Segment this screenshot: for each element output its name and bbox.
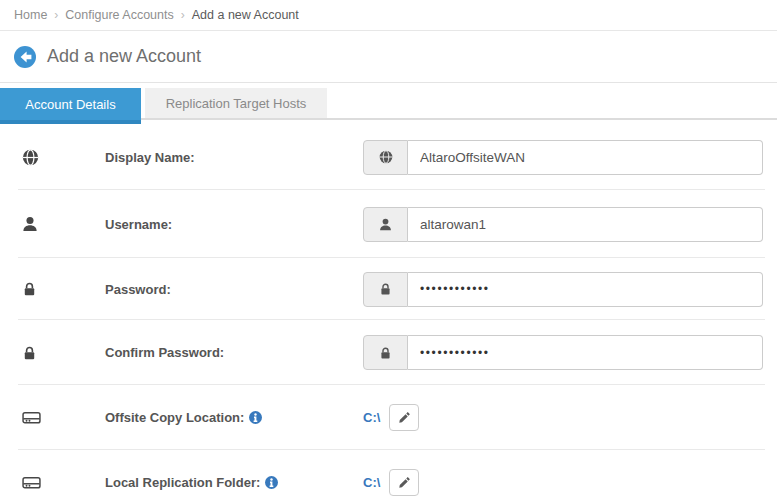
page-title: Add a new Account xyxy=(47,46,201,67)
username-input-group xyxy=(363,207,763,242)
username-label: Username: xyxy=(105,217,363,232)
confirm-password-label: Confirm Password: xyxy=(105,345,363,360)
password-row: Password: xyxy=(0,258,777,320)
breadcrumb-home[interactable]: Home xyxy=(14,8,47,22)
lock-icon xyxy=(0,345,105,361)
password-input[interactable] xyxy=(408,272,763,307)
hdd-icon xyxy=(0,475,105,490)
username-input[interactable] xyxy=(408,207,763,242)
password-label: Password: xyxy=(105,282,363,297)
lock-icon xyxy=(0,281,105,297)
info-icon[interactable] xyxy=(265,476,278,489)
tab-account-details[interactable]: Account Details xyxy=(0,88,141,124)
offsite-copy-location-label-text: Offsite Copy Location: xyxy=(105,410,244,425)
tab-bar: Account Details Replication Target Hosts xyxy=(0,88,777,124)
user-icon xyxy=(363,207,408,242)
back-button[interactable] xyxy=(14,46,36,68)
hdd-icon xyxy=(0,410,105,425)
local-replication-folder-label: Local Replication Folder: xyxy=(105,475,363,490)
lock-icon xyxy=(363,335,408,370)
lock-icon xyxy=(363,272,408,307)
local-replication-folder-path[interactable]: C:\ xyxy=(363,475,380,490)
edit-offsite-location-button[interactable] xyxy=(389,404,419,431)
display-name-input[interactable] xyxy=(408,140,763,175)
username-row: Username: xyxy=(0,190,777,258)
info-icon[interactable] xyxy=(249,411,262,424)
display-name-input-group xyxy=(363,140,763,175)
offsite-copy-location-label: Offsite Copy Location: xyxy=(105,410,363,425)
breadcrumb-separator-icon: › xyxy=(54,8,58,22)
pencil-icon xyxy=(398,411,411,424)
local-replication-folder-label-text: Local Replication Folder: xyxy=(105,475,260,490)
globe-icon xyxy=(0,149,105,166)
offsite-copy-location-row: Offsite Copy Location: C:\ xyxy=(0,385,777,450)
password-input-group xyxy=(363,272,763,307)
pencil-icon xyxy=(398,476,411,489)
display-name-row: Display Name: xyxy=(0,124,777,190)
breadcrumb-configure-accounts[interactable]: Configure Accounts xyxy=(65,8,173,22)
account-details-form: Display Name: Username: xyxy=(0,124,777,497)
display-name-label: Display Name: xyxy=(105,150,363,165)
offsite-copy-location-path[interactable]: C:\ xyxy=(363,410,380,425)
arrow-left-circle-icon xyxy=(14,46,36,68)
confirm-password-input-group xyxy=(363,335,763,370)
breadcrumb-separator-icon: › xyxy=(181,8,185,22)
breadcrumb: Home › Configure Accounts › Add a new Ac… xyxy=(0,0,777,31)
breadcrumb-current: Add a new Account xyxy=(192,8,299,22)
confirm-password-row: Confirm Password: xyxy=(0,320,777,385)
page-header: Add a new Account xyxy=(0,31,777,83)
local-replication-folder-row: Local Replication Folder: C:\ xyxy=(0,450,777,497)
user-icon xyxy=(0,216,105,232)
tab-replication-target-hosts[interactable]: Replication Target Hosts xyxy=(145,88,327,118)
confirm-password-input[interactable] xyxy=(408,335,763,370)
add-account-page: { "breadcrumb": { "separator": "›", "ite… xyxy=(0,0,777,497)
globe-icon xyxy=(363,140,408,175)
edit-replication-folder-button[interactable] xyxy=(389,469,419,496)
